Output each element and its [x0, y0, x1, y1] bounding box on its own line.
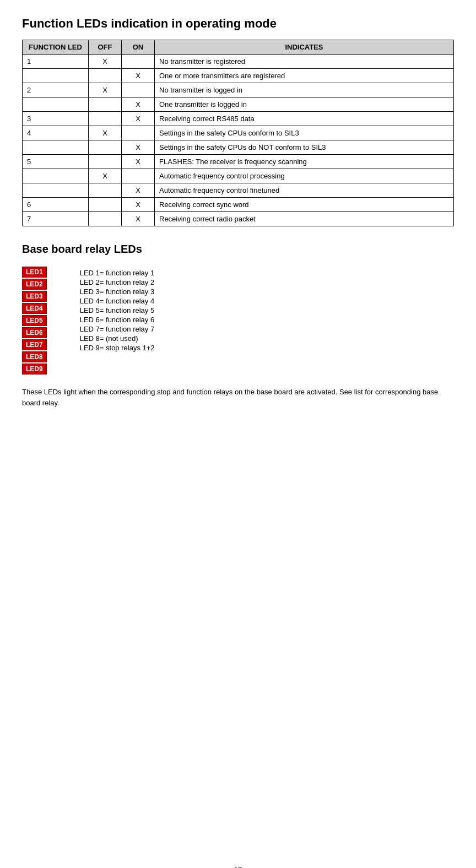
led-description-4: LED 4= function relay 4 [80, 297, 155, 305]
page-number: - 12 - [22, 865, 454, 868]
table-row: 1XNo transmitter is registered [23, 55, 454, 69]
base-board-section: Base board relay LEDs LED1LED2LED3LED4LE… [22, 243, 454, 408]
led-badge-7: LED7 [22, 339, 47, 350]
table-row: XAutomatic frequency control finetuned [23, 183, 454, 198]
led-diagram: LED1LED2LED3LED4LED5LED6LED7LED8LED9 LED… [22, 267, 454, 376]
cell-on [122, 126, 155, 140]
cell-func [23, 69, 89, 83]
cell-func [23, 183, 89, 198]
cell-off [89, 69, 122, 83]
cell-indicates: Settings in the safety CPUs do NOT confo… [155, 140, 454, 155]
led-badge-2: LED2 [22, 279, 47, 290]
led-badges-column: LED1LED2LED3LED4LED5LED6LED7LED8LED9 [22, 267, 47, 376]
led-description-7: LED 7= function relay 7 [80, 325, 155, 333]
cell-on [122, 83, 155, 97]
footer-text: These LEDs light when the corresponding … [22, 387, 454, 408]
cell-off [89, 212, 122, 226]
col-header-on: ON [122, 40, 155, 55]
cell-indicates: Receiving correct sync word [155, 198, 454, 212]
cell-indicates: FLASHES: The receiver is frequency scann… [155, 155, 454, 169]
table-row: 7XReceiving correct radio packet [23, 212, 454, 226]
cell-off [89, 155, 122, 169]
cell-func: 2 [23, 83, 89, 97]
cell-off: X [89, 126, 122, 140]
cell-on: X [122, 155, 155, 169]
cell-on [122, 55, 155, 69]
table-row: 3XReceiving correct RS485 data [23, 112, 454, 126]
cell-indicates: One or more transmitters are registered [155, 69, 454, 83]
col-header-off: OFF [89, 40, 122, 55]
led-badge-8: LED8 [22, 351, 47, 362]
col-header-indicates: INDICATES [155, 40, 454, 55]
cell-off [89, 198, 122, 212]
cell-func: 6 [23, 198, 89, 212]
led-description-5: LED 5= function relay 5 [80, 306, 155, 314]
led-description-2: LED 2= function relay 2 [80, 278, 155, 286]
cell-indicates: Automatic frequency control processing [155, 169, 454, 183]
cell-on: X [122, 140, 155, 155]
function-led-table: FUNCTION LED OFF ON INDICATES 1XNo trans… [22, 40, 454, 226]
table-row: 6XReceiving correct sync word [23, 198, 454, 212]
cell-on: X [122, 112, 155, 126]
table-row: 2XNo transmitter is logged in [23, 83, 454, 97]
led-description-6: LED 6= function relay 6 [80, 316, 155, 324]
led-badge-6: LED6 [22, 327, 47, 338]
section-title-2: Base board relay LEDs [22, 243, 454, 256]
section-title-1: Function LEDs indication in operating mo… [22, 17, 454, 31]
cell-func: 7 [23, 212, 89, 226]
table-row: XSettings in the safety CPUs do NOT conf… [23, 140, 454, 155]
led-badge-5: LED5 [22, 315, 47, 326]
table-header-row: FUNCTION LED OFF ON INDICATES [23, 40, 454, 55]
cell-off [89, 140, 122, 155]
cell-indicates: No transmitter is logged in [155, 83, 454, 97]
cell-off [89, 112, 122, 126]
cell-func [23, 169, 89, 183]
table-row: XOne or more transmitters are registered [23, 69, 454, 83]
led-description-9: LED 9= stop relays 1+2 [80, 344, 155, 352]
cell-func: 1 [23, 55, 89, 69]
cell-off: X [89, 83, 122, 97]
table-row: XAutomatic frequency control processing [23, 169, 454, 183]
cell-func [23, 97, 89, 112]
cell-indicates: Automatic frequency control finetuned [155, 183, 454, 198]
cell-indicates: One transmitter is logged in [155, 97, 454, 112]
cell-on: X [122, 212, 155, 226]
cell-func: 3 [23, 112, 89, 126]
cell-indicates: Receiving correct RS485 data [155, 112, 454, 126]
led-badge-4: LED4 [22, 303, 47, 314]
table-row: 5XFLASHES: The receiver is frequency sca… [23, 155, 454, 169]
cell-off [89, 97, 122, 112]
table-row: XOne transmitter is logged in [23, 97, 454, 112]
led-badge-1: LED1 [22, 267, 47, 278]
cell-func: 4 [23, 126, 89, 140]
led-description-8: LED 8= (not used) [80, 334, 155, 343]
cell-on: X [122, 198, 155, 212]
cell-on: X [122, 69, 155, 83]
led-badge-9: LED9 [22, 364, 47, 375]
cell-on: X [122, 97, 155, 112]
cell-on [122, 169, 155, 183]
cell-off: X [89, 55, 122, 69]
led-description-3: LED 3= function relay 3 [80, 287, 155, 296]
led-badge-3: LED3 [22, 291, 47, 302]
col-header-function: FUNCTION LED [23, 40, 89, 55]
cell-off: X [89, 169, 122, 183]
led-descriptions-column: LED 1= function relay 1LED 2= function r… [80, 267, 155, 352]
cell-indicates: Receiving correct radio packet [155, 212, 454, 226]
led-description-1: LED 1= function relay 1 [80, 269, 155, 277]
cell-on: X [122, 183, 155, 198]
cell-func: 5 [23, 155, 89, 169]
table-row: 4XSettings in the safety CPUs conform to… [23, 126, 454, 140]
cell-off [89, 183, 122, 198]
cell-indicates: Settings in the safety CPUs conform to S… [155, 126, 454, 140]
cell-func [23, 140, 89, 155]
cell-indicates: No transmitter is registered [155, 55, 454, 69]
